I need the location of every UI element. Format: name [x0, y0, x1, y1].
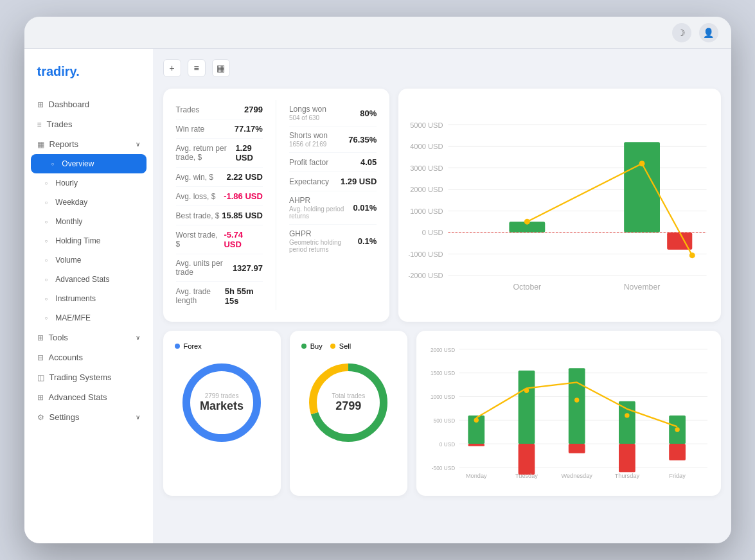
sidebar-item-label: Dashboard	[49, 100, 90, 109]
svg-rect-46	[619, 401, 635, 444]
sidebar-item-dashboard[interactable]: ⊞ Dashboard	[24, 94, 153, 114]
calendar-button[interactable]: ▦	[212, 59, 230, 77]
stat-value: -1.86 USD	[224, 191, 263, 201]
stat-label: Avg. trade length	[176, 287, 225, 305]
stat-row-avg-win: Avg. win, $ 2.22 USD	[176, 168, 263, 187]
buysell-donut-label: Total trades 2799	[332, 392, 365, 413]
stat-row-win-rate: Win rate 77.17%	[176, 119, 263, 139]
stat-row-profit-factor: Profit factor 4.05	[289, 153, 377, 172]
stat-value: 1327.97	[233, 263, 263, 273]
markets-donut-card: Forex 2799 trades Markets	[163, 331, 281, 496]
main-content: + ≡ ▦ Trades 2799	[153, 49, 731, 543]
accounts-icon: ⊟	[37, 353, 44, 362]
sidebar-item-trades[interactable]: ≡ Trades	[24, 114, 153, 134]
markets-donut-label: 2799 trades Markets	[200, 392, 244, 413]
buysell-donut-wrap: Total trades 2799	[303, 358, 393, 448]
stat-row-trades: Trades 2799	[176, 100, 263, 119]
svg-point-51	[524, 389, 529, 393]
sidebar-item-label: Tools	[49, 333, 68, 342]
svg-rect-43	[519, 444, 535, 475]
stat-label: Avg. loss, $	[176, 192, 216, 201]
sidebar-item-label: Accounts	[49, 353, 83, 362]
add-button[interactable]: +	[163, 59, 181, 77]
stat-sub: 504 of 630	[289, 114, 326, 121]
stat-row-worst-trade: Worst trade, $ -5.74 USD	[176, 225, 263, 254]
advanced-stats-icon: ⊞	[37, 393, 44, 402]
stats-right-col: Longs won 504 of 630 80% Shorts won 1656…	[276, 100, 377, 310]
stat-value: 0.01%	[353, 203, 377, 213]
stat-label: Best trade, $	[176, 211, 220, 220]
svg-point-19	[524, 219, 530, 225]
sidebar-item-trading-systems[interactable]: ◫ Trading Systems	[24, 367, 153, 387]
sidebar: tradiry. ⊞ Dashboard ≡ Trades ▦ Reports …	[24, 49, 153, 543]
svg-point-21	[689, 252, 695, 258]
tools-icon: ⊞	[37, 333, 44, 342]
svg-text:Friday: Friday	[669, 473, 686, 479]
sidebar-item-overview[interactable]: Overview	[31, 154, 147, 173]
buysell-donut-card: Buy Sell	[290, 331, 407, 496]
dark-mode-icon[interactable]: ☽	[672, 23, 691, 42]
svg-rect-44	[569, 368, 585, 444]
svg-text:3000 USD: 3000 USD	[410, 164, 443, 172]
settings-icon: ⚙	[37, 413, 44, 422]
stats-grid: Trades 2799 Win rate 77.17% Avg. return …	[176, 100, 377, 310]
buysell-legend: Buy Sell	[301, 342, 351, 350]
svg-text:Tuesday: Tuesday	[515, 473, 538, 479]
stat-row-avg-loss: Avg. loss, $ -1.86 USD	[176, 187, 263, 206]
stat-label: Avg. win, $	[176, 173, 213, 182]
stat-value: -5.74 USD	[224, 230, 263, 249]
sidebar-item-monthly[interactable]: Monthly	[24, 212, 153, 231]
sidebar-item-label: Volume	[55, 256, 81, 265]
sidebar-item-advanced-stats-main[interactable]: ⊞ Advanced Stats	[24, 387, 153, 407]
weekly-chart-card: 2000 USD 1500 USD 1000 USD 500 USD 0 USD…	[416, 331, 721, 496]
svg-point-52	[574, 398, 579, 402]
sidebar-item-advanced-stats[interactable]: Advanced Stats	[24, 270, 153, 289]
svg-rect-45	[569, 444, 585, 453]
svg-text:1000 USD: 1000 USD	[410, 207, 443, 215]
buysell-sub-label: Total trades	[332, 392, 365, 399]
device-content: tradiry. ⊞ Dashboard ≡ Trades ▦ Reports …	[24, 49, 731, 543]
stat-sub: Geometric holding period returns	[289, 239, 358, 253]
sidebar-item-volume[interactable]: Volume	[24, 250, 153, 270]
svg-point-54	[675, 427, 679, 432]
svg-text:Thursday: Thursday	[615, 473, 640, 479]
svg-text:Monday: Monday	[466, 473, 487, 479]
sidebar-item-settings[interactable]: ⚙ Settings ∨	[24, 407, 153, 427]
svg-text:5000 USD: 5000 USD	[410, 121, 443, 129]
stat-value: 1.29 USD	[341, 177, 377, 186]
sidebar-item-instruments[interactable]: Instruments	[24, 289, 153, 308]
sidebar-item-accounts[interactable]: ⊟ Accounts	[24, 347, 153, 367]
filter-button[interactable]: ≡	[188, 59, 206, 77]
stat-row-avg-return: Avg. return per trade, $ 1.29 USD	[176, 139, 263, 168]
sidebar-item-holding-time[interactable]: Holding Time	[24, 231, 153, 250]
buy-label: Buy	[310, 342, 323, 350]
sidebar-item-hourly[interactable]: Hourly	[24, 173, 153, 193]
weekly-chart-svg: 2000 USD 1500 USD 1000 USD 500 USD 0 USD…	[427, 341, 711, 483]
user-profile-icon[interactable]: 👤	[699, 23, 718, 42]
stat-row-ahpr: AHPR Avg. holding period returns 0.01%	[289, 191, 377, 225]
sidebar-item-label: Reports	[49, 139, 79, 149]
forex-legend-item: Forex	[175, 342, 202, 350]
stat-label: Worst trade, $	[176, 231, 224, 249]
stat-row-best-trade: Best trade, $ 15.85 USD	[176, 206, 263, 225]
sidebar-item-tools[interactable]: ⊞ Tools ∨	[24, 328, 153, 347]
sidebar-item-reports[interactable]: ▦ Reports ∨	[24, 134, 153, 154]
svg-text:1500 USD: 1500 USD	[431, 371, 455, 376]
sidebar-item-mae-mfe[interactable]: MAE/MFE	[24, 308, 153, 328]
stat-value: 0.1%	[358, 236, 377, 246]
nav-section: ⊞ Dashboard ≡ Trades ▦ Reports ∨ Overvie…	[24, 94, 153, 427]
svg-text:November: November	[624, 283, 661, 292]
markets-legend: Forex	[175, 342, 202, 350]
stat-value: 15.85 USD	[222, 211, 263, 220]
svg-text:-2000 USD: -2000 USD	[409, 272, 443, 279]
stat-value: 4.05	[360, 157, 377, 167]
stat-row-expectancy: Expectancy 1.29 USD	[289, 172, 377, 191]
svg-point-20	[639, 161, 645, 166]
device-topbar: ☽ 👤	[24, 17, 731, 49]
top-cards-row: Trades 2799 Win rate 77.17% Avg. return …	[163, 89, 721, 322]
sidebar-item-weekday[interactable]: Weekday	[24, 193, 153, 212]
chevron-down-icon: ∨	[136, 414, 140, 421]
markets-main-label: Markets	[200, 399, 244, 413]
trading-systems-icon: ◫	[37, 373, 44, 382]
sidebar-item-label: MAE/MFE	[55, 313, 91, 322]
